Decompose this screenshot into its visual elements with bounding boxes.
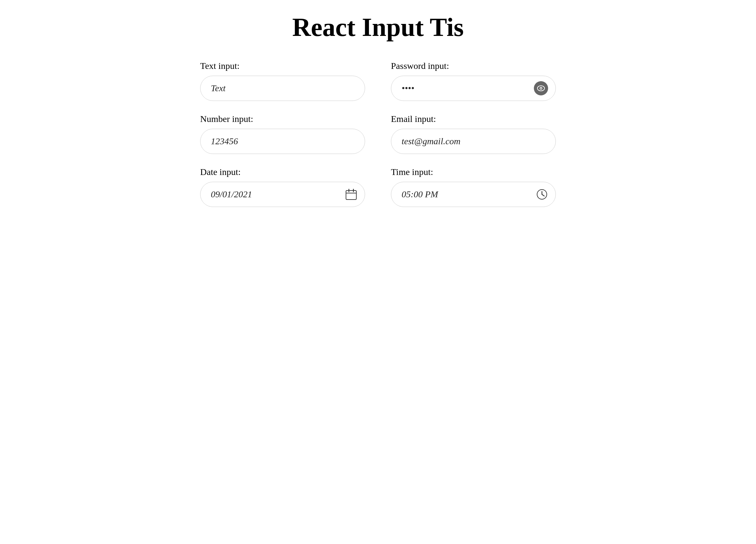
eye-icon	[534, 81, 548, 95]
number-input[interactable]	[200, 129, 365, 154]
date-field-group: Date input:	[200, 167, 365, 207]
time-input[interactable]	[391, 182, 556, 207]
number-field-group: Number input:	[200, 114, 365, 154]
date-input-label: Date input:	[200, 167, 365, 177]
time-input-label: Time input:	[391, 167, 556, 177]
calendar-icon[interactable]	[345, 188, 357, 201]
password-field-group: Password input:	[391, 61, 556, 101]
email-field-group: Email input:	[391, 114, 556, 154]
form-grid: Text input: Password input: Number input…	[200, 61, 556, 207]
time-field-group: Time input:	[391, 167, 556, 207]
date-input-wrapper	[200, 182, 365, 207]
password-input[interactable]	[391, 76, 556, 101]
page-title: React Input Tis	[19, 13, 737, 41]
clock-icon[interactable]	[536, 188, 548, 201]
email-input-label: Email input:	[391, 114, 556, 124]
svg-rect-3	[346, 190, 356, 200]
text-input[interactable]	[200, 76, 365, 101]
date-input[interactable]	[200, 182, 365, 207]
password-input-label: Password input:	[391, 61, 556, 71]
email-input-wrapper	[391, 129, 556, 154]
text-input-label: Text input:	[200, 61, 365, 71]
number-input-label: Number input:	[200, 114, 365, 124]
password-input-wrapper	[391, 76, 556, 101]
password-toggle-button[interactable]	[534, 81, 548, 95]
text-input-wrapper	[200, 76, 365, 101]
svg-line-9	[542, 194, 544, 196]
number-input-wrapper	[200, 129, 365, 154]
svg-point-2	[540, 88, 542, 89]
text-field-group: Text input:	[200, 61, 365, 101]
email-input[interactable]	[391, 129, 556, 154]
time-input-wrapper	[391, 182, 556, 207]
